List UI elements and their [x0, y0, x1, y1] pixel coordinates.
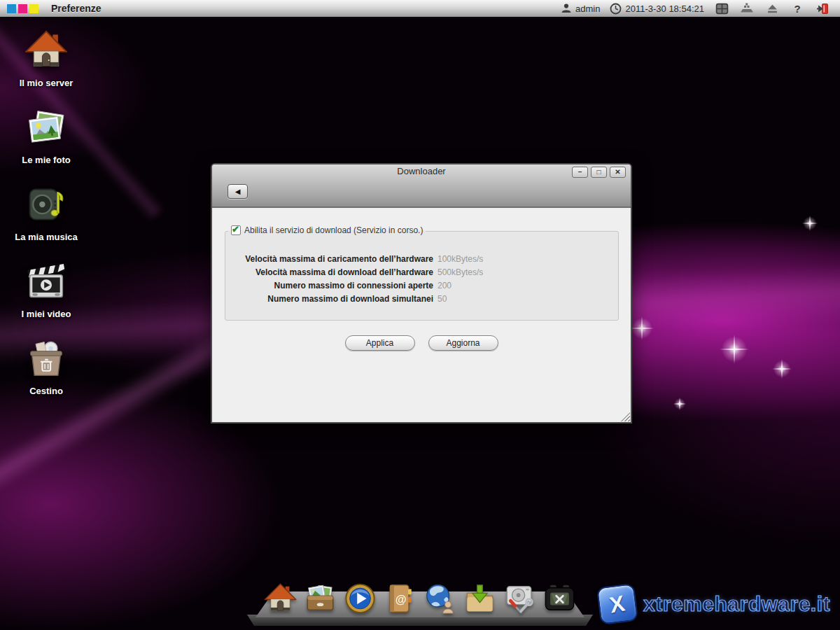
desktop-screen: Preferenze admin 2011-3-30 18:54:21	[0, 0, 840, 630]
logo-square-magenta	[18, 4, 27, 13]
dock-icon	[740, 3, 754, 14]
photos-icon	[25, 106, 67, 148]
taskbar: Preferenze admin 2011-3-30 18:54:21	[0, 0, 840, 18]
sparkle	[630, 316, 654, 340]
desktop-icon-music[interactable]: La mia musica	[7, 181, 85, 258]
setting-row-open-connections: Numero massimo di connessioni aperte 200	[237, 279, 607, 293]
setting-row-download-speed: Velocità massima di download dell’hardwa…	[237, 266, 607, 279]
logo-square-blue	[7, 4, 16, 13]
user-menu[interactable]: admin	[561, 3, 600, 14]
help-button[interactable]: ?	[790, 1, 805, 15]
dock-item-address-book[interactable]: @	[384, 582, 416, 615]
desktop-icon-label: Cestino	[29, 386, 63, 396]
desktop-icon-trash[interactable]: Cestino	[7, 335, 85, 412]
downloader-window: Downloader – □ ✕ ◀ ✔ Abilita il servizio…	[211, 163, 632, 424]
dock-item-network-globe[interactable]	[424, 582, 456, 615]
window-body: ✔ Abilita il servizio di download (Servi…	[212, 208, 631, 422]
sparkle	[772, 359, 792, 379]
desktop-icon-photos[interactable]: Le mie foto	[7, 104, 85, 181]
setting-value: 200	[438, 279, 451, 293]
dock-item-photo-box[interactable]	[304, 582, 337, 615]
desktop-icon-label: Le mie foto	[22, 155, 70, 165]
svg-text:@: @	[396, 593, 407, 606]
dock-item-home[interactable]	[265, 582, 297, 615]
desktop-icon-label: La mia musica	[15, 232, 78, 242]
enable-download-label: Abilita il servizio di download (Servizi…	[244, 225, 423, 235]
sparkle	[720, 335, 749, 364]
setting-label: Numero massimo di download simultanei	[237, 293, 433, 306]
apply-button[interactable]: Applica	[345, 335, 415, 351]
back-button[interactable]: ◀	[227, 184, 248, 199]
desktop-icon-label: I miei video	[22, 309, 71, 319]
page-title: Preferenze	[51, 3, 102, 14]
disk-utility-icon	[504, 582, 536, 615]
network-globe-icon	[424, 582, 456, 615]
setting-label: Numero massimo di connessioni aperte	[237, 279, 433, 293]
setting-label: Velocità massima di caricamento dell’har…	[237, 253, 433, 266]
clock-display: 2011-3-30 18:54:21	[610, 3, 704, 15]
setting-value: 500kBytes/s	[438, 266, 483, 279]
download-service-legend: ✔ Abilita il servizio di download (Servi…	[228, 225, 426, 235]
dock-item-toolbox[interactable]	[544, 582, 576, 615]
show-dock-button[interactable]	[739, 1, 755, 15]
sparkle	[673, 398, 686, 410]
download-folder-icon	[464, 582, 496, 615]
desktop-icon-server[interactable]: Il mio server	[7, 27, 85, 104]
resize-grip[interactable]	[621, 412, 630, 421]
xtremehardware-logo: X	[596, 583, 638, 625]
sparkle	[802, 216, 818, 231]
setting-value: 100kBytes/s	[438, 253, 483, 266]
desktop-icon-list: Il mio server	[7, 27, 85, 412]
desktop-icon-videos[interactable]: I miei video	[7, 258, 85, 335]
setting-row-upload-speed: Velocità massima di caricamento dell’har…	[237, 253, 607, 266]
eject-button[interactable]	[764, 1, 780, 15]
desktop-icon-label: Il mio server	[20, 78, 74, 88]
user-name: admin	[575, 4, 600, 14]
dock-item-download-folder[interactable]	[464, 582, 496, 615]
video-icon	[25, 260, 67, 302]
toolbox-icon	[544, 582, 576, 615]
logo-square-yellow	[29, 4, 38, 13]
window-titlebar[interactable]: Downloader – □ ✕ ◀	[212, 164, 631, 208]
dock: @	[248, 575, 592, 630]
logo-letter: X	[608, 590, 626, 618]
help-icon: ?	[794, 3, 800, 15]
show-windows-button[interactable]	[714, 1, 729, 15]
logout-icon	[816, 3, 829, 15]
download-service-fieldset: ✔ Abilita il servizio di download (Servi…	[225, 231, 619, 321]
user-icon	[561, 3, 572, 14]
enable-download-checkbox[interactable]: ✔	[231, 225, 241, 235]
photo-box-icon	[304, 582, 337, 615]
setting-row-simultaneous-downloads: Numero massimo di download simultanei 50	[237, 293, 607, 306]
logout-button[interactable]	[815, 1, 830, 15]
home-icon	[25, 29, 67, 71]
watermark-text: xtremehardware.it	[643, 592, 830, 616]
datetime-text: 2011-3-30 18:54:21	[625, 4, 704, 14]
dock-item-media-player[interactable]	[344, 582, 377, 615]
trash-icon	[25, 337, 67, 379]
refresh-button[interactable]: Aggiorna	[428, 335, 498, 351]
eject-icon	[766, 4, 778, 14]
setting-label: Velocità massima di download dell’hardwa…	[237, 266, 433, 279]
site-watermark: X xtremehardware.it	[598, 585, 830, 623]
dock-item-disk-utility[interactable]	[504, 582, 536, 615]
maximize-button[interactable]: □	[591, 167, 607, 178]
address-book-icon: @	[384, 582, 416, 615]
music-icon	[25, 183, 67, 225]
close-button[interactable]: ✕	[610, 167, 626, 178]
setting-value: 50	[438, 293, 447, 306]
clock-icon	[610, 3, 622, 15]
minimize-button[interactable]: –	[572, 167, 588, 178]
home-icon	[265, 582, 297, 615]
windows-grid-icon	[715, 3, 729, 15]
media-player-icon	[344, 582, 377, 615]
check-icon: ✔	[232, 224, 239, 234]
window-title: Downloader	[212, 164, 631, 178]
brand-logo	[7, 4, 38, 13]
